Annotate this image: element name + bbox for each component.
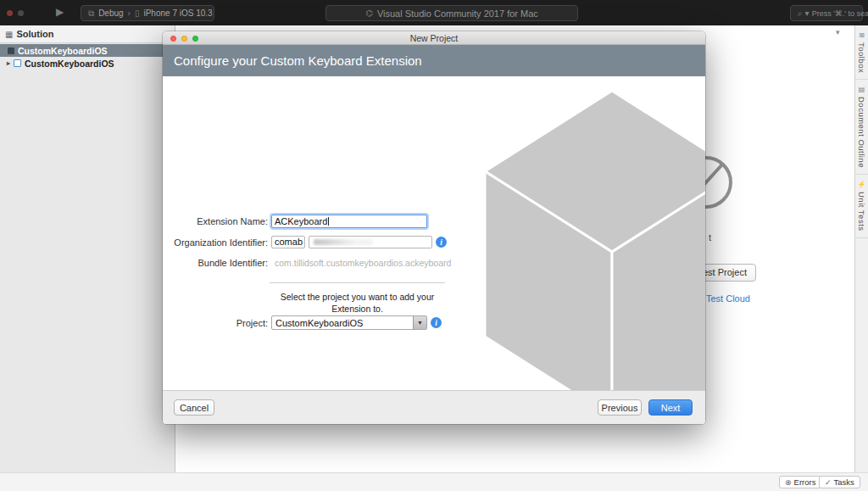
- build-target-selector[interactable]: ⧉ Debug › ▯ iPhone 7 iOS 10.3: [81, 5, 214, 21]
- organization-identifier-row: Organization Identifier: comab i: [163, 236, 447, 248]
- editor-dropdown-icon[interactable]: ▾: [836, 28, 840, 36]
- redacted-value: [314, 239, 373, 245]
- errors-button[interactable]: ⊗ Errors: [779, 476, 821, 488]
- project-row: Project: CustomKeyboardiOS ▼ i: [163, 315, 442, 330]
- new-project-dialog: New Project Configure your Custom Keyboa…: [163, 31, 705, 424]
- info-icon[interactable]: i: [431, 317, 442, 328]
- dialog-titlebar: New Project: [163, 31, 705, 45]
- errors-icon: ⊗: [785, 478, 792, 487]
- tree-item-project[interactable]: ▸ CustomKeyboardiOS: [0, 57, 175, 70]
- window-title: Visual Studio Community 2017 for Mac: [377, 8, 538, 19]
- project-label: Project:: [163, 318, 268, 328]
- organization-identifier-input-2[interactable]: [309, 236, 432, 248]
- extension-name-value: ACKeyboard: [275, 215, 327, 227]
- tasks-label: Tasks: [834, 477, 854, 487]
- tab-toolbox[interactable]: ⊞ Toolbox: [855, 25, 868, 80]
- tasks-button[interactable]: ✓ Tasks: [819, 476, 860, 488]
- errors-label: Errors: [794, 477, 816, 487]
- app-status-icon: ⌬: [365, 8, 373, 18]
- extension-name-label: Extension Name:: [163, 216, 268, 226]
- occluded-caption-text: t: [709, 232, 711, 243]
- window-title-area: ⌬ Visual Studio Community 2017 for Mac: [326, 5, 578, 21]
- test-project-button[interactable]: est Project: [698, 264, 756, 282]
- project-select[interactable]: CustomKeyboardiOS ▼: [271, 315, 427, 330]
- extension-name-row: Extension Name: ACKeyboard: [163, 215, 427, 228]
- extension-name-input[interactable]: ACKeyboard: [271, 215, 427, 228]
- solution-pad-title: Solution: [16, 29, 164, 39]
- previous-button[interactable]: Previous: [598, 399, 642, 416]
- organization-identifier-value: comab: [275, 237, 303, 248]
- dialog-header-text: Configure your Custom Keyboard Extension: [174, 53, 422, 68]
- solution-pad-header: ▦ Solution ⌕: [0, 25, 175, 43]
- form-divider: [270, 282, 445, 283]
- configuration-label[interactable]: Debug: [98, 8, 123, 18]
- cancel-button[interactable]: Cancel: [174, 399, 214, 416]
- toolbox-icon: ⊞: [859, 31, 865, 39]
- run-button[interactable]: ▶: [56, 6, 64, 18]
- app-titlebar: ▶ ⧉ Debug › ▯ iPhone 7 iOS 10.3 ⌬ Visual…: [0, 0, 868, 25]
- project-icon: [14, 59, 21, 67]
- search-caret-icon: ▾: [805, 8, 810, 18]
- chevron-down-icon[interactable]: ▼: [413, 316, 426, 329]
- text-caret: [328, 217, 329, 226]
- dialog-header: Configure your Custom Keyboard Extension: [163, 45, 705, 76]
- tab-label: Unit Tests: [857, 192, 866, 232]
- device-label[interactable]: iPhone 7 iOS 10.3: [143, 8, 212, 18]
- next-button[interactable]: Next: [648, 399, 693, 416]
- status-bar: ⊗ Errors ✓ Tasks: [0, 472, 868, 491]
- window-minimize-icon[interactable]: [18, 10, 24, 16]
- unit-tests-icon: ⚡: [858, 181, 866, 188]
- tree-item-label: CustomKeyboardiOS: [18, 46, 108, 56]
- organization-identifier-input[interactable]: comab: [271, 236, 305, 248]
- organization-identifier-label: Organization Identifier:: [163, 237, 268, 248]
- right-dock-strip: ⊞ Toolbox ▤ Document Outline ⚡ Unit Test…: [854, 25, 868, 472]
- configuration-icon: ⧉: [88, 8, 94, 19]
- search-icon: ⌕: [798, 8, 803, 19]
- tasks-icon: ✓: [825, 478, 832, 487]
- device-icon: ▯: [135, 8, 140, 18]
- info-icon[interactable]: i: [436, 237, 447, 248]
- solution-pad-icon: ▦: [5, 30, 13, 39]
- tab-label: Toolbox: [857, 42, 866, 73]
- cube-illustration: [163, 76, 705, 390]
- window-close-icon[interactable]: [7, 10, 13, 16]
- project-select-value: CustomKeyboardiOS: [275, 318, 363, 328]
- solution-sidebar: ▦ Solution ⌕ CustomKeyboardiOS ▸ CustomK…: [0, 25, 175, 491]
- bundle-identifier-label: Bundle Identifier:: [163, 258, 268, 268]
- search-placeholder: Press '⌘.' to search: [812, 9, 868, 18]
- bundle-identifier-row: Bundle Identifier: com.tillidsoft.custom…: [163, 258, 451, 268]
- chevron-right-icon: ›: [128, 8, 131, 18]
- document-outline-icon: ▤: [859, 86, 865, 93]
- bundle-identifier-value: com.tillidsoft.customkeyboardios.ackeybo…: [271, 258, 451, 268]
- tab-label: Document Outline: [857, 97, 866, 168]
- dialog-body: Extension Name: ACKeyboard Organization …: [163, 76, 705, 390]
- dialog-footer: Cancel Previous Next: [163, 390, 705, 424]
- solution-icon: [8, 47, 14, 54]
- tab-document-outline[interactable]: ▤ Document Outline: [855, 80, 868, 175]
- global-search-input[interactable]: ⌕ ▾ Press '⌘.' to search: [790, 5, 863, 21]
- tab-unit-tests[interactable]: ⚡ Unit Tests: [855, 175, 868, 238]
- disclosure-triangle-icon[interactable]: ▸: [7, 59, 10, 67]
- test-cloud-link[interactable]: Test Cloud: [706, 293, 750, 304]
- tree-item-solution[interactable]: CustomKeyboardiOS: [0, 44, 175, 57]
- project-hint-text: Select the project you want to add your …: [270, 291, 445, 315]
- dialog-title: New Project: [163, 33, 705, 43]
- tree-item-label: CustomKeyboardiOS: [25, 59, 114, 69]
